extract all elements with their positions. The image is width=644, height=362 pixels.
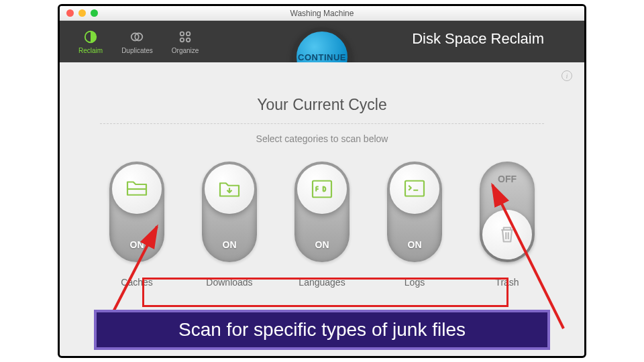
tab-organize[interactable]: Organize xyxy=(172,29,199,54)
window-title: Washing Machine xyxy=(60,9,584,18)
cycle-heading: Your Current Cycle xyxy=(60,96,584,114)
toolbar: Reclaim Duplicates Organize CONTINUE Dis… xyxy=(60,21,584,62)
toggle-state-label: ON xyxy=(387,239,442,250)
tab-reclaim[interactable]: Reclaim xyxy=(78,29,103,54)
svg-point-3 xyxy=(180,32,184,36)
info-icon[interactable]: i xyxy=(561,70,572,81)
toggle-languages: ON Languages xyxy=(288,162,356,288)
moon-icon xyxy=(83,29,98,44)
folder-stack-icon xyxy=(112,164,162,214)
toggle-downloads: ON Downloads xyxy=(196,162,263,288)
toggle-state-label: ON xyxy=(202,239,257,250)
toggle-downloads-switch[interactable]: ON xyxy=(202,162,257,262)
continue-button-label: CONTINUE xyxy=(298,52,346,62)
toggle-state-label: ON xyxy=(294,239,350,250)
grid-icon xyxy=(178,29,193,44)
section-title: Disk Space Reclaim xyxy=(412,30,544,48)
svg-line-10 xyxy=(492,185,564,328)
toggle-languages-switch[interactable]: ON xyxy=(294,162,350,262)
toggle-logs: ON Logs xyxy=(381,162,448,288)
languages-icon xyxy=(297,164,347,214)
titlebar: Washing Machine xyxy=(60,6,584,21)
terminal-icon xyxy=(390,164,439,214)
annotation-callout: Scan for specific types of junk files xyxy=(94,310,550,350)
circles-icon xyxy=(129,29,144,44)
tab-duplicates[interactable]: Duplicates xyxy=(121,29,153,54)
download-folder-icon xyxy=(205,164,254,214)
tab-reclaim-label: Reclaim xyxy=(78,47,103,54)
svg-rect-8 xyxy=(405,181,424,196)
tab-duplicates-label: Duplicates xyxy=(121,47,153,54)
svg-point-6 xyxy=(186,38,191,42)
divider xyxy=(100,123,544,124)
annotation-callout-text: Scan for specific types of junk files xyxy=(178,319,466,340)
annotation-red-box xyxy=(142,278,508,307)
tab-organize-label: Organize xyxy=(172,47,199,54)
cycle-subtitle: Select categories to scan below xyxy=(60,133,584,144)
svg-point-4 xyxy=(186,32,191,36)
svg-point-5 xyxy=(180,38,184,42)
toggle-logs-switch[interactable]: ON xyxy=(387,162,442,262)
